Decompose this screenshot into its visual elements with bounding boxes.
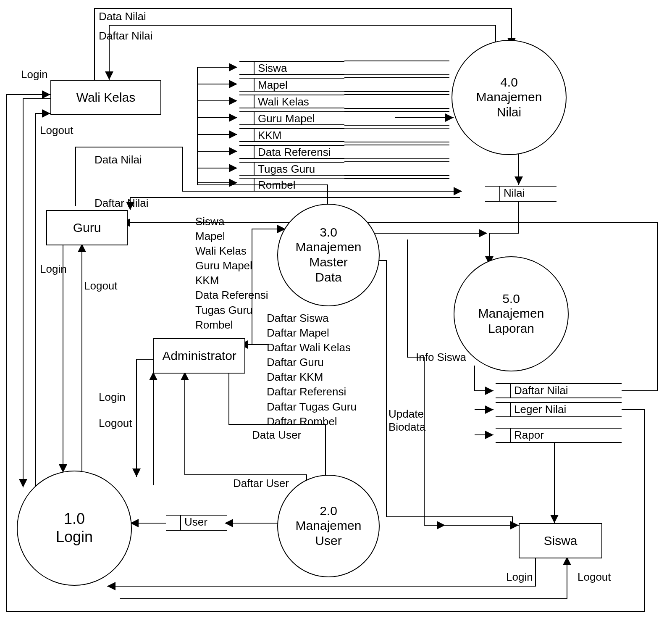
process-manajemen-laporan: 5.0 Manajemen Laporan [454, 256, 569, 371]
store-kkm: KKM [239, 128, 344, 142]
store-label: Nilai [504, 187, 525, 200]
process-name: Manajemen User [296, 518, 362, 548]
process-name: Manajemen Master Data [296, 239, 362, 285]
entity-administrator: Administrator [153, 338, 245, 374]
flow-label-list-input: Siswa Mapel Wali Kelas Guru Mapel KKM Da… [195, 214, 268, 332]
flow-label: Daftar Nilai [99, 29, 153, 42]
process-name: Manajemen Nilai [476, 89, 542, 120]
store-tugas-guru: Tugas Guru [239, 162, 344, 176]
entity-label: Wali Kelas [76, 90, 136, 105]
store-label: Wali Kelas [258, 95, 309, 108]
entity-siswa: Siswa [519, 523, 602, 558]
store-wali-kelas: Wali Kelas [239, 95, 344, 108]
store-label: KKM [258, 129, 281, 142]
entity-wali-kelas: Wali Kelas [50, 80, 161, 115]
store-daftar-nilai: Daftar Nilai [496, 383, 622, 398]
entity-guru: Guru [46, 210, 128, 245]
entity-label: Siswa [543, 534, 577, 548]
store-siswa: Siswa [239, 61, 344, 75]
store-mapel: Mapel [239, 78, 344, 92]
store-label: Siswa [258, 62, 287, 75]
store-label: Rombel [258, 179, 296, 192]
flow-label: Daftar User [233, 477, 289, 490]
process-manajemen-user: 2.0 Manajemen User [277, 475, 380, 577]
store-label: Tugas Guru [258, 163, 315, 176]
store-label: Daftar Nilai [514, 384, 568, 397]
store-data-referensi: Data Referensi [239, 145, 344, 159]
store-leger-nilai: Leger Nilai [496, 402, 622, 417]
flow-label: Logout [578, 571, 611, 584]
process-name: Login [56, 528, 93, 546]
entity-label: Guru [73, 221, 101, 235]
store-rapor: Rapor [496, 428, 622, 443]
process-number: 3.0 [320, 225, 337, 239]
store-guru-mapel: Guru Mapel [239, 111, 344, 125]
flow-label: Logout [40, 124, 74, 137]
flow-label: Logout [84, 279, 118, 292]
process-login: 1.0 Login [17, 471, 132, 586]
flow-label: Logout [99, 417, 132, 430]
store-label: Mapel [258, 79, 288, 92]
store-rombel: Rombel [239, 178, 344, 192]
process-number: 5.0 [502, 292, 520, 306]
store-label: Rapor [514, 429, 544, 442]
store-label: Data Referensi [258, 146, 331, 159]
flow-label: Update Biodata [388, 408, 425, 434]
flow-label: Data Nilai [94, 153, 142, 166]
store-nilai: Nilai [485, 186, 556, 202]
process-manajemen-master-data: 3.0 Manajemen Master Data [277, 204, 380, 306]
flow-label: Data Nilai [99, 10, 146, 23]
process-number: 2.0 [320, 504, 337, 518]
flow-label-list-output: Daftar Siswa Daftar Mapel Daftar Wali Ke… [267, 311, 357, 429]
flow-label: Login [99, 391, 126, 404]
flow-label: Daftar Nilai [94, 197, 149, 210]
process-number: 4.0 [500, 75, 518, 89]
flow-label: Data User [252, 429, 301, 442]
flow-label: Login [40, 263, 67, 276]
store-label: User [184, 516, 207, 529]
process-name: Manajemen Laporan [478, 306, 544, 336]
process-number: 1.0 [64, 510, 85, 528]
entity-label: Administrator [162, 349, 236, 363]
store-label: Guru Mapel [258, 112, 315, 125]
flow-label: Login [21, 68, 48, 81]
store-user: User [166, 515, 227, 531]
flow-label: Info Siswa [416, 351, 466, 364]
flow-label: Login [506, 571, 533, 584]
process-manajemen-nilai: 4.0 Manajemen Nilai [452, 40, 567, 155]
store-label: Leger Nilai [514, 403, 566, 416]
